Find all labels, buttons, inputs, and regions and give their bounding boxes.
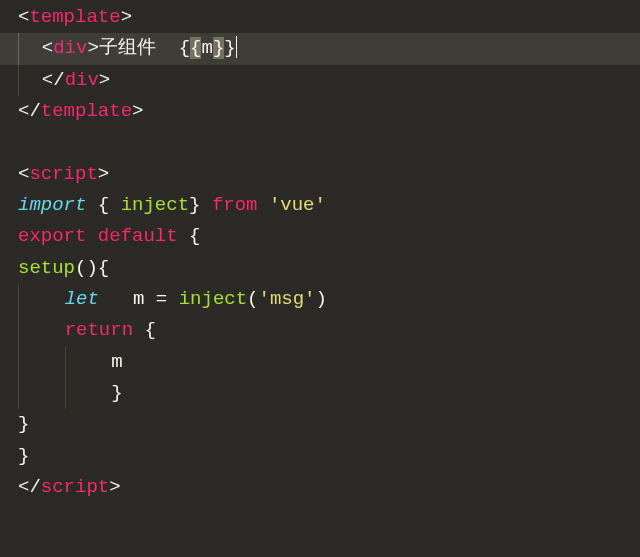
code-line: } bbox=[18, 409, 622, 440]
code-line: return { bbox=[18, 315, 622, 346]
code-line: } bbox=[18, 441, 622, 472]
code-line: setup(){ bbox=[18, 253, 622, 284]
code-line: export default { bbox=[18, 221, 622, 252]
code-line-highlighted: <div>子组件 {{m}} bbox=[0, 33, 640, 64]
code-line: </script> bbox=[18, 472, 622, 503]
code-line: m bbox=[18, 347, 622, 378]
code-line: </div> bbox=[18, 65, 622, 96]
code-line: <script> bbox=[18, 159, 622, 190]
code-line: <template> bbox=[18, 2, 622, 33]
code-line: </template> bbox=[18, 96, 622, 127]
code-editor[interactable]: <template> <div>子组件 {{m}} </div> </templ… bbox=[0, 0, 640, 506]
code-line: } bbox=[18, 378, 622, 409]
code-line: import { inject} from 'vue' bbox=[18, 190, 622, 221]
code-line: let m = inject('msg') bbox=[18, 284, 622, 315]
code-line-blank bbox=[18, 127, 622, 158]
text-cursor bbox=[236, 36, 237, 58]
